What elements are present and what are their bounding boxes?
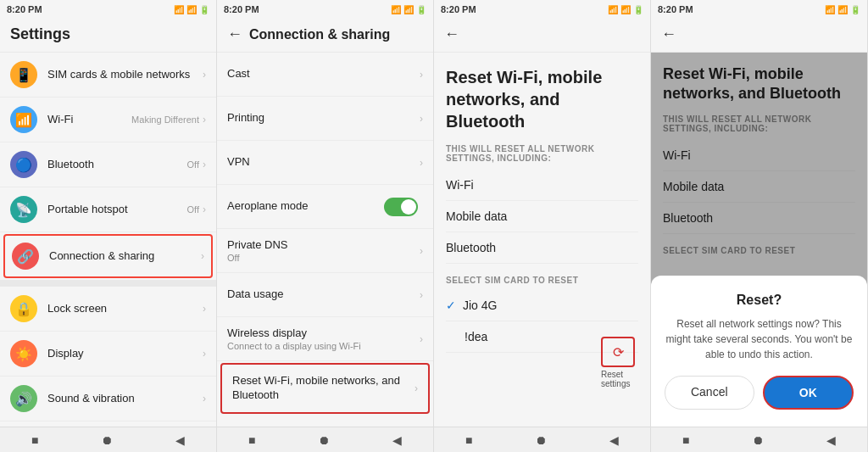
wireless-subtitle: Connect to a display using Wi-Fi	[227, 341, 420, 351]
sound-icon: 🔊	[10, 385, 37, 412]
notifications-item[interactable]: 🔔 Notifications ›	[0, 421, 216, 427]
divider-1	[0, 280, 216, 287]
status-bar-3: 8:20 PM 📶 📶 🔋	[434, 0, 650, 19]
nav-circle-1[interactable]: ⏺	[101, 433, 113, 447]
bluetooth-chevron: ›	[203, 159, 206, 170]
display-item[interactable]: ☀️ Display ›	[0, 332, 216, 377]
nav-square-4[interactable]: ■	[682, 433, 689, 447]
reset-item[interactable]: Reset Wi-Fi, mobile networks, and Blueto…	[222, 365, 428, 412]
network-item-data: Mobile data	[446, 201, 638, 232]
nav-circle-4[interactable]: ⏺	[752, 433, 764, 447]
printing-item[interactable]: Printing ›	[217, 97, 433, 141]
nav-square-3[interactable]: ■	[465, 433, 472, 447]
printing-chevron: ›	[420, 113, 423, 125]
lock-icon: 🔒	[10, 295, 37, 322]
hotspot-value: Off	[187, 204, 199, 215]
nav-back-2[interactable]: ◀	[392, 433, 402, 447]
modal-buttons: Cancel OK	[665, 376, 854, 410]
printing-label: Printing	[227, 111, 420, 126]
status-icons-4: 📶 📶 🔋	[825, 5, 860, 14]
reset-settings-label: Reset settings	[601, 370, 635, 388]
cancel-button[interactable]: Cancel	[665, 376, 754, 410]
vpn-label: VPN	[227, 155, 420, 170]
wifi-icon-3: 📶	[620, 5, 631, 14]
wifi-item[interactable]: 📶 Wi-Fi Making Different ›	[0, 98, 216, 142]
cast-item[interactable]: Cast ›	[217, 53, 433, 97]
settings-list: 📱 SIM cards & mobile networks › 📶 Wi-Fi …	[0, 53, 216, 427]
connection-panel: 8:20 PM 📶 📶 🔋 ← Connection & sharing Cas…	[217, 0, 434, 452]
dns-chevron: ›	[420, 245, 423, 257]
data-item[interactable]: Data usage ›	[217, 273, 433, 317]
status-bar-1: 8:20 PM 📶 📶 🔋	[0, 0, 216, 19]
sound-label: Sound & vibration	[47, 392, 203, 406]
ok-button[interactable]: OK	[763, 376, 854, 410]
nav-square-2[interactable]: ■	[248, 433, 255, 447]
vpn-item[interactable]: VPN ›	[217, 141, 433, 185]
sim-icon: 📱	[10, 61, 37, 88]
nav-square-1[interactable]: ■	[31, 433, 38, 447]
sim-item[interactable]: 📱 SIM cards & mobile networks ›	[0, 53, 216, 98]
reset-section-label: THIS WILL RESET ALL NETWORK SETTINGS, IN…	[446, 144, 638, 163]
nav-circle-2[interactable]: ⏺	[318, 433, 330, 447]
hotspot-label: Portable hotspot	[47, 203, 187, 217]
lock-item[interactable]: 🔒 Lock screen ›	[0, 287, 216, 332]
sim-section-label: SELECT SIM CARD TO RESET	[446, 276, 638, 285]
cast-label: Cast	[227, 67, 420, 81]
connection-item[interactable]: 🔗 Connection & sharing ›	[3, 234, 213, 278]
settings-title: Settings	[0, 19, 216, 53]
connection-title: Connection & sharing	[249, 27, 390, 42]
time-1: 8:20 PM	[7, 4, 42, 14]
reset-label: Reset Wi-Fi, mobile networks, and Blueto…	[232, 374, 415, 403]
aeroplane-label: Aeroplane mode	[227, 199, 384, 214]
back-arrow-3[interactable]: ←	[444, 25, 459, 43]
reset-settings-button[interactable]: ⟳ Reset settings	[601, 337, 635, 388]
back-arrow-2[interactable]: ←	[227, 25, 242, 43]
wifi-icon: 📶	[186, 5, 197, 14]
modal-body: Reset all network settings now? This mig…	[665, 316, 854, 362]
nav-back-1[interactable]: ◀	[175, 433, 185, 447]
time-2: 8:20 PM	[224, 4, 259, 14]
reset-modal-header: ←	[651, 19, 867, 53]
reset-title: Reset Wi-Fi, mobile networks, and Blueto…	[446, 66, 638, 132]
bluetooth-label: Bluetooth	[47, 158, 187, 172]
display-chevron: ›	[203, 348, 206, 360]
bottom-nav-3: ■ ⏺ ◀	[434, 427, 650, 452]
cast-chevron: ›	[420, 69, 423, 81]
aeroplane-toggle[interactable]	[384, 198, 418, 216]
reset-highlight: Reset Wi-Fi, mobile networks, and Blueto…	[220, 363, 430, 414]
display-label: Display	[47, 347, 203, 361]
battery-icon: 🔋	[199, 5, 209, 14]
dns-item[interactable]: Private DNS Off ›	[217, 229, 433, 273]
sim-check-icon: ✓	[446, 299, 456, 312]
sim-chevron: ›	[203, 69, 206, 81]
lock-chevron: ›	[203, 303, 206, 315]
nav-circle-3[interactable]: ⏺	[535, 433, 547, 447]
sound-item[interactable]: 🔊 Sound & vibration ›	[0, 377, 216, 421]
battery-icon-4: 🔋	[850, 5, 860, 14]
bottom-nav-4: ■ ⏺ ◀	[651, 427, 867, 452]
nav-back-4[interactable]: ◀	[826, 433, 836, 447]
back-arrow-4[interactable]: ←	[661, 25, 676, 43]
battery-icon-3: 🔋	[633, 5, 643, 14]
dns-subtitle: Off	[227, 253, 420, 263]
data-chevron: ›	[420, 289, 423, 301]
aeroplane-item[interactable]: Aeroplane mode	[217, 185, 433, 229]
hotspot-item[interactable]: 📡 Portable hotspot Off ›	[0, 187, 216, 232]
connection-list: Cast › Printing › VPN › Aeroplane mode	[217, 53, 433, 427]
wifi-value: Making Different	[131, 114, 199, 125]
sim-idea-label: !dea	[465, 330, 487, 343]
bluetooth-item[interactable]: 🔵 Bluetooth Off ›	[0, 142, 216, 187]
signal-icon-4: 📶	[825, 5, 835, 14]
sim-jio[interactable]: ✓ Jio 4G	[446, 290, 638, 321]
wireless-label: Wireless display	[227, 326, 420, 341]
battery-icon-2: 🔋	[416, 5, 426, 14]
wifi-label: Wi-Fi	[47, 113, 131, 127]
time-3: 8:20 PM	[441, 4, 476, 14]
nav-back-3[interactable]: ◀	[609, 433, 619, 447]
sound-chevron: ›	[203, 393, 206, 405]
wireless-item[interactable]: Wireless display Connect to a display us…	[217, 317, 433, 361]
settings-panel: 8:20 PM 📶 📶 🔋 Settings 📱 SIM cards & mob…	[0, 0, 217, 452]
signal-icon-2: 📶	[391, 5, 401, 14]
wifi-icon-2: 📶	[403, 5, 414, 14]
vpn-chevron: ›	[420, 157, 423, 169]
